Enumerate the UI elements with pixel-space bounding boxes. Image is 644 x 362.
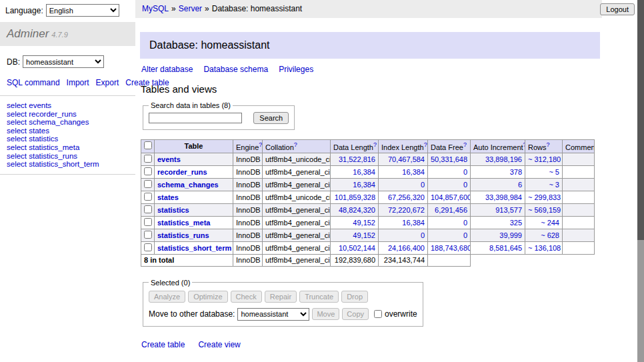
drop-button[interactable]: Drop — [341, 291, 368, 303]
select-all-checkbox[interactable] — [144, 141, 152, 149]
app-logo[interactable]: Adminer4.7.9 — [0, 22, 135, 46]
data-free-cell[interactable]: 50,331,648 — [428, 153, 471, 165]
data-free-cell[interactable]: 0 — [428, 216, 471, 229]
index-length-cell[interactable]: 67,256,320 — [379, 191, 428, 203]
sidebar-link-import[interactable]: Import — [67, 78, 89, 87]
row-checkbox-statistics[interactable] — [144, 205, 152, 213]
create-view-link[interactable]: Create view — [198, 340, 240, 349]
data-free-cell[interactable]: 0 — [428, 178, 471, 191]
table-link-statistics-meta[interactable]: statistics_meta — [157, 219, 211, 227]
rows-cell[interactable]: ~ 5 — [525, 165, 563, 178]
move-db-select[interactable]: homeassistant — [237, 308, 309, 321]
table-link-statistics[interactable]: statistics — [157, 206, 189, 214]
language-select[interactable]: English — [46, 4, 119, 17]
sidebar-select-states[interactable]: select states — [7, 127, 129, 135]
repair-button[interactable]: Repair — [265, 291, 297, 303]
auto-increment-cell[interactable]: 8,581,645 — [471, 241, 525, 254]
help-link[interactable]: ? — [373, 141, 377, 148]
alter-database-link[interactable]: Alter database — [141, 65, 193, 74]
row-checkbox-recorder-runs[interactable] — [144, 167, 152, 175]
truncate-button[interactable]: Truncate — [299, 291, 339, 303]
help-link[interactable]: ? — [463, 141, 467, 148]
data-length-cell[interactable]: 16,384 — [331, 178, 379, 191]
data-length-cell[interactable]: 49,152 — [331, 229, 379, 241]
overwrite-checkbox[interactable] — [374, 310, 382, 318]
sidebar-select-events[interactable]: select events — [7, 101, 129, 110]
row-checkbox-schema-changes[interactable] — [144, 180, 152, 188]
sidebar-select-statistics-runs[interactable]: select statistics_runs — [7, 152, 129, 161]
help-link[interactable]: ? — [547, 141, 550, 148]
table-link-states[interactable]: states — [157, 193, 179, 201]
index-length-cell[interactable]: 72,220,672 — [379, 203, 428, 216]
data-length-cell[interactable]: 49,152 — [331, 216, 379, 229]
sidebar-select-statistics[interactable]: select statistics — [7, 135, 129, 143]
auto-increment-cell[interactable]: 39,999 — [471, 229, 525, 241]
row-checkbox-events[interactable] — [144, 155, 152, 163]
app-name[interactable]: Adminer — [7, 27, 49, 40]
app-version[interactable]: 4.7.9 — [51, 31, 67, 39]
data-free-cell[interactable]: 6,291,456 — [428, 203, 471, 216]
data-free-cell[interactable]: 0 — [428, 229, 471, 241]
rows-cell[interactable]: ~ 136,108 — [525, 241, 563, 254]
auto-increment-cell[interactable]: 33,898,196 — [471, 153, 525, 165]
logout-button[interactable]: Logout — [600, 3, 635, 15]
rows-cell[interactable]: ~ 244 — [525, 216, 563, 229]
sidebar-select-schema-changes[interactable]: select schema_changes — [7, 118, 129, 127]
index-length-cell[interactable]: 16,384 — [379, 216, 428, 229]
database-schema-link[interactable]: Database schema — [203, 65, 268, 74]
sidebar-select-recorder-runs[interactable]: select recorder_runs — [7, 110, 129, 119]
copy-button[interactable]: Copy — [342, 308, 369, 320]
check-button[interactable]: Check — [231, 291, 262, 303]
table-link-schema-changes[interactable]: schema_changes — [157, 181, 219, 189]
data-free-cell[interactable]: 104,857,600 — [428, 191, 471, 203]
auto-increment-cell[interactable]: 6 — [471, 178, 525, 191]
sidebar-link-sql-command[interactable]: SQL command — [7, 78, 60, 87]
data-free-cell[interactable]: 0 — [428, 165, 471, 178]
table-link-events[interactable]: events — [157, 155, 181, 163]
db-select[interactable]: homeassistant — [23, 55, 104, 68]
privileges-link[interactable]: Privileges — [279, 65, 313, 74]
row-checkbox-statistics-meta[interactable] — [144, 218, 152, 226]
rows-cell[interactable]: ~ 569,159 — [525, 203, 563, 216]
data-length-cell[interactable]: 10,502,144 — [331, 241, 379, 254]
rows-cell[interactable]: ~ 628 — [525, 229, 563, 241]
help-link[interactable]: ? — [424, 141, 427, 148]
help-link[interactable]: ? — [294, 141, 297, 148]
auto-increment-cell[interactable]: 325 — [471, 216, 525, 229]
data-length-cell[interactable]: 16,384 — [331, 165, 379, 178]
search-button[interactable]: Search — [253, 112, 289, 124]
index-length-cell[interactable]: 16,384 — [379, 165, 428, 178]
index-length-cell[interactable]: 24,166,400 — [379, 241, 428, 254]
data-length-cell[interactable]: 31,522,816 — [331, 153, 379, 165]
table-link-statistics-runs[interactable]: statistics_runs — [157, 231, 209, 239]
rows-cell[interactable]: ~ 299,833 — [525, 191, 563, 203]
help-link[interactable]: ? — [259, 141, 262, 148]
table-link-recorder-runs[interactable]: recorder_runs — [157, 168, 207, 176]
data-free-cell[interactable]: 188,743,680 — [428, 241, 471, 254]
data-length-cell[interactable]: 101,859,328 — [331, 191, 379, 203]
breadcrumb-link-mysql[interactable]: MySQL — [142, 4, 169, 13]
scrollbar-thumb[interactable] — [637, 0, 644, 240]
auto-increment-cell[interactable]: 913,577 — [471, 203, 525, 216]
analyze-button[interactable]: Analyze — [149, 291, 185, 303]
sidebar-link-export[interactable]: Export — [96, 78, 119, 87]
row-checkbox-statistics-runs[interactable] — [144, 231, 152, 239]
search-input[interactable] — [149, 113, 242, 123]
vertical-scrollbar[interactable] — [637, 0, 644, 362]
data-length-cell[interactable]: 48,824,320 — [331, 203, 379, 216]
auto-increment-cell[interactable]: 33,398,984 — [471, 191, 525, 203]
move-button[interactable]: Move — [312, 308, 339, 320]
sidebar-select-statistics-meta[interactable]: select statistics_meta — [7, 143, 129, 152]
optimize-button[interactable]: Optimize — [188, 291, 227, 303]
sidebar-select-statistics-short-term[interactable]: select statistics_short_term — [7, 160, 129, 169]
breadcrumb-link-server[interactable]: Server — [179, 4, 202, 13]
row-checkbox-statistics-short-term[interactable] — [144, 243, 152, 251]
auto-increment-cell[interactable]: 378 — [471, 165, 525, 178]
rows-cell[interactable]: ~ 312,180 — [525, 153, 563, 165]
create-table-link[interactable]: Create table — [141, 340, 185, 349]
index-length-cell[interactable]: 0 — [379, 178, 428, 191]
rows-cell[interactable]: ~ 3 — [525, 178, 563, 191]
index-length-cell[interactable]: 70,467,584 — [379, 153, 428, 165]
row-checkbox-states[interactable] — [144, 193, 152, 201]
index-length-cell[interactable]: 0 — [379, 229, 428, 241]
